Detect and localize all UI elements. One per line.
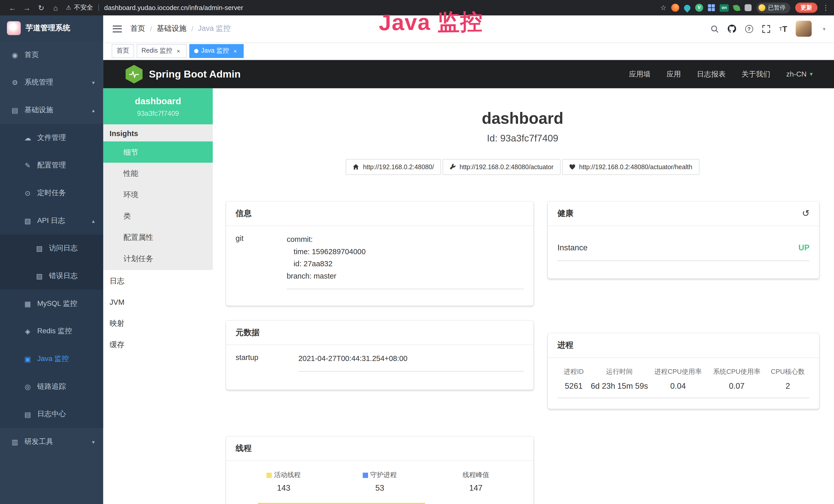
smiley-icon <box>759 4 765 11</box>
toolbox-icon: ▥ <box>10 438 19 446</box>
paused-badge-label: 已暂停 <box>768 4 786 12</box>
sba-item-configprops[interactable]: 配置属性 <box>103 226 213 248</box>
sidebar-item-file-management[interactable]: ☁ 文件管理 <box>0 124 103 152</box>
back-icon[interactable]: ← <box>5 3 20 12</box>
sidebar-item-home[interactable]: ◉ 首页 <box>0 41 103 69</box>
tab-redis-monitor[interactable]: Redis 监控 × <box>137 44 187 58</box>
process-pid-value: 5261 <box>557 381 590 390</box>
pin-extension-icon[interactable] <box>683 3 692 12</box>
grid-extension-icon[interactable] <box>708 4 715 11</box>
sidebar-item-system[interactable]: ⚙ 系统管理 ▾ <box>0 69 103 96</box>
sba-instance-header[interactable]: dashboard 93a3fc7f7409 <box>103 88 213 124</box>
sba-item-logfile[interactable]: 日志 <box>103 270 213 292</box>
sidebar-item-config-management[interactable]: ✎ 配置管理 <box>0 152 103 179</box>
sba-item-details[interactable]: 细节 <box>103 141 213 163</box>
daemon-threads-swatch <box>363 473 368 478</box>
security-warning-icon[interactable]: ⚠ <box>66 4 71 11</box>
breadcrumb-section[interactable]: 基础设施 <box>157 24 186 33</box>
sba-brand-title: Spring Boot Admin <box>149 68 241 80</box>
help-icon[interactable]: ? <box>745 25 753 32</box>
health-url-link[interactable]: http://192.168.0.2:48080/actuator/health <box>562 159 699 175</box>
history-icon[interactable]: ↺ <box>802 209 810 218</box>
threads-card-title: 线程 <box>226 436 533 461</box>
sba-item-scheduled-tasks[interactable]: 计划任务 <box>103 248 213 269</box>
chevron-down-icon: ▾ <box>92 79 94 86</box>
process-col-header: CPU核心数 <box>766 367 810 376</box>
bookmark-star-icon[interactable]: ☆ <box>660 4 666 12</box>
close-icon[interactable]: × <box>175 47 182 54</box>
fullscreen-icon[interactable] <box>762 25 770 32</box>
font-size-icon[interactable]: TT <box>779 24 787 33</box>
fox-extension-icon[interactable] <box>671 4 679 12</box>
leaf-extension-icon[interactable] <box>733 4 740 11</box>
process-col-header: 进程ID <box>557 367 590 376</box>
sba-item-metrics[interactable]: 性能 <box>103 163 213 184</box>
home-icon <box>353 164 359 170</box>
instance-title: dashboard <box>226 110 819 128</box>
github-icon[interactable] <box>727 24 736 33</box>
sba-nav-about[interactable]: 关于我们 <box>742 69 770 79</box>
sba-item-mappings[interactable]: 映射 <box>103 313 213 334</box>
document-icon: ▧ <box>23 217 32 225</box>
sidebar-item-label: 基础设施 <box>24 105 53 115</box>
paused-badge[interactable]: 已暂停 <box>756 2 791 13</box>
wrench-icon <box>449 164 456 170</box>
search-icon[interactable] <box>710 25 719 32</box>
sidebar-item-tracing[interactable]: ◎ 链路追踪 <box>0 373 103 400</box>
service-url-link[interactable]: http://192.168.0.2:48080/ <box>346 159 441 175</box>
collapse-sidebar-icon[interactable] <box>113 25 122 32</box>
tab-home[interactable]: 首页 <box>112 44 134 58</box>
on-badge-extension-icon[interactable]: on <box>720 4 729 12</box>
sba-locale-select[interactable]: zh-CN ▾ <box>786 70 813 78</box>
sidebar-item-log-center[interactable]: ▤ 日志中心 <box>0 400 103 428</box>
breadcrumb-current: Java 监控 <box>198 24 231 33</box>
sidebar-item-scheduled-jobs[interactable]: ⊙ 定时任务 <box>0 179 103 207</box>
instance-name: dashboard <box>103 96 213 107</box>
sidebar-item-devtools[interactable]: ▥ 研发工具 ▾ <box>0 428 103 456</box>
tab-java-monitor[interactable]: Java 监控 × <box>189 44 243 58</box>
info-row-label: git <box>236 233 287 289</box>
app-title: 芋道管理系统 <box>25 23 70 33</box>
sidebar-item-api-logs[interactable]: ▧ API 日志 ▴ <box>0 207 103 235</box>
sba-nav-journal[interactable]: 日志报表 <box>697 69 726 79</box>
sba-item-caches[interactable]: 缓存 <box>103 334 213 355</box>
sidebar-item-mysql-monitor[interactable]: ▦ MySQL 监控 <box>0 290 103 318</box>
actuator-url-link[interactable]: http://192.168.0.2:48080/actuator <box>443 159 561 175</box>
reload-icon[interactable]: ↻ <box>34 3 48 12</box>
avatar-caret-icon[interactable]: ▾ <box>823 26 825 31</box>
forward-icon[interactable]: → <box>20 3 34 12</box>
breadcrumb-separator: / <box>191 25 193 32</box>
sidebar-item-infrastructure[interactable]: ▤ 基础设施 ▴ <box>0 96 103 124</box>
info-card: 信息 git commit: time: 1596289704000 id: 2… <box>226 202 533 306</box>
browser-home-icon[interactable]: ⌂ <box>48 3 63 12</box>
vue-extension-icon[interactable]: V <box>695 4 703 12</box>
sba-sidebar: dashboard 93a3fc7f7409 Insights 细节 性能 环境… <box>103 88 213 504</box>
tag-view-bar: 首页 Redis 监控 × Java 监控 × <box>103 42 834 60</box>
health-status-badge: UP <box>798 243 810 252</box>
sba-nav-applications[interactable]: 应用 <box>666 69 681 79</box>
sba-item-environment[interactable]: 环境 <box>103 184 213 205</box>
sidebar-item-access-logs[interactable]: ▨ 访问日志 <box>0 234 103 262</box>
app-sidebar: 芋道管理系统 ◉ 首页 ⚙ 系统管理 ▾ ▤ 基础设施 ▴ ☁ 文件管理 ✎ <box>0 16 103 504</box>
process-card-body: 进程ID 运行时间 进程CPU使用率 系统CPU使用率 CPU核心数 5261 … <box>548 358 819 409</box>
breadcrumb-home[interactable]: 首页 <box>130 24 145 33</box>
app-logo[interactable]: 芋道管理系统 <box>0 16 103 41</box>
sidebar-item-redis-monitor[interactable]: ◈ Redis 监控 <box>0 317 103 345</box>
user-avatar[interactable] <box>796 21 812 37</box>
sidebar-item-error-logs[interactable]: ▨ 错误日志 <box>0 262 103 290</box>
sba-item-classes[interactable]: 类 <box>103 205 213 226</box>
logo-avatar <box>7 21 21 35</box>
sba-item-jvm[interactable]: JVM <box>103 292 213 313</box>
sidebar-item-java-monitor[interactable]: ▣ Java 监控 <box>0 345 103 373</box>
metadata-row-label: startup <box>236 352 298 372</box>
puzzle-extension-icon[interactable] <box>745 4 751 11</box>
locale-label: zh-CN <box>786 70 807 78</box>
threads-card: 线程 活动线程 守护进程 <box>226 436 533 504</box>
close-icon[interactable]: × <box>232 47 239 54</box>
sba-nav-wall[interactable]: 应用墙 <box>629 69 651 79</box>
sba-section-label: Insights <box>103 124 213 141</box>
update-button[interactable]: 更新 <box>795 3 817 13</box>
info-row-value: commit: time: 1596289704000 id: 27aa832 … <box>287 233 524 289</box>
browser-menu-icon[interactable]: ⋮ <box>822 4 829 12</box>
address-bar[interactable]: ⚠ 不安全 dashboard.yudao.iocoder.cn/infra/a… <box>66 3 243 12</box>
